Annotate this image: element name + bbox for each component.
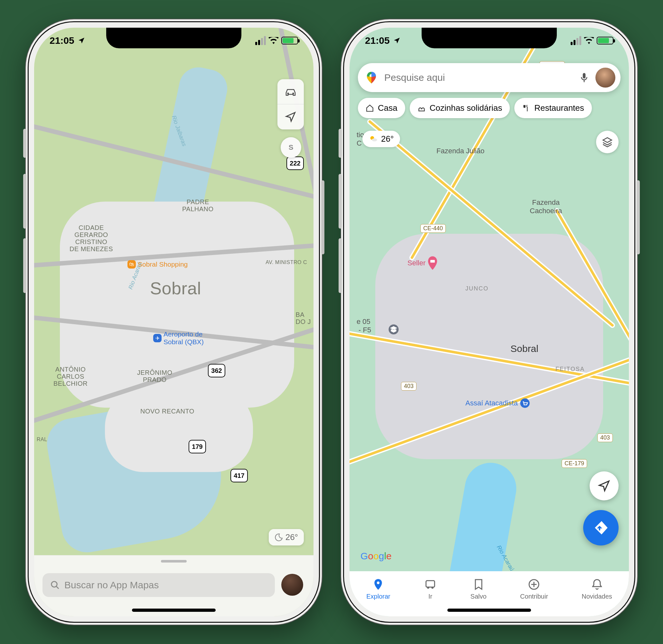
poi-assai[interactable]: Assaí Atacadista — [465, 398, 530, 408]
route-shield-222: 222 — [287, 156, 304, 170]
profile-avatar[interactable] — [595, 68, 615, 88]
shield-ce440: CE-440 — [420, 224, 446, 233]
poi-airport[interactable]: ✈Aeroporto de Sobral (QBX) — [153, 330, 204, 346]
svg-point-0 — [288, 92, 289, 94]
driving-mode-button[interactable] — [277, 79, 304, 104]
cellular-icon — [571, 36, 581, 45]
nav-updates[interactable]: Novidades — [581, 578, 612, 600]
city-label-sobral: Sobral — [150, 279, 201, 298]
road-av-ministro: AV. MINISTRO C — [266, 260, 307, 265]
nav-contribute[interactable]: Contribuir — [520, 578, 548, 600]
shopping-pin-icon — [520, 398, 530, 408]
label-e05: e 05 - F5 — [357, 317, 371, 334]
weather-pill[interactable]: 26° — [269, 529, 304, 546]
route-shield-179: 179 — [189, 440, 206, 453]
bell-icon — [591, 578, 603, 591]
hands-icon — [417, 104, 426, 112]
sun-cloud-icon — [369, 135, 378, 143]
svg-point-13 — [431, 586, 434, 589]
search-placeholder: Buscar no App Mapas — [64, 580, 159, 591]
nav-saved[interactable]: Salvo — [471, 578, 487, 600]
battery-icon — [281, 37, 298, 44]
notch — [106, 28, 242, 48]
svg-point-4 — [520, 398, 529, 408]
svg-point-1 — [293, 92, 294, 94]
school-pin-icon[interactable] — [388, 324, 399, 336]
status-time: 21:05 — [50, 35, 74, 46]
search-bar[interactable] — [358, 63, 620, 92]
district-acb: ANTÔNIO CARLOS BELCHIOR — [53, 366, 88, 387]
shield-403b: 403 — [597, 434, 613, 442]
district-cgcm: CIDADE GERARDO CRISTINO DE MENEZES — [70, 224, 113, 252]
svg-rect-3 — [430, 260, 435, 262]
apple-map-canvas[interactable]: PADRE PALHANO CIDADE GERARDO CRISTINO DE… — [34, 28, 314, 616]
moon-icon — [275, 533, 283, 541]
search-sheet[interactable]: Buscar no App Mapas — [34, 555, 314, 616]
mic-icon[interactable] — [579, 72, 590, 83]
svg-point-12 — [427, 586, 429, 589]
svg-point-9 — [372, 138, 377, 141]
directions-fab[interactable] — [583, 510, 619, 546]
svg-point-10 — [377, 581, 380, 584]
poi-seller[interactable]: Seller — [408, 256, 438, 270]
hotel-pin-icon — [427, 256, 438, 270]
chip-kitchens[interactable]: Cozinhas solidárias — [410, 98, 510, 118]
search-input[interactable] — [384, 72, 573, 83]
label-junco: JUNCO — [465, 285, 488, 292]
google-watermark: Google — [361, 551, 392, 561]
route-shield-362: 362 — [208, 364, 225, 377]
wifi-icon — [584, 37, 594, 44]
wifi-icon — [269, 37, 279, 44]
road-ral: RAL — [37, 437, 47, 442]
sheet-grabber[interactable] — [161, 560, 187, 562]
district-jeronimo: JERÔNIMO PRADO — [137, 369, 173, 383]
shield-ce179: CE-179 — [562, 459, 587, 468]
layers-icon — [601, 136, 613, 148]
weather-pill[interactable]: 26° — [362, 131, 400, 147]
cellular-icon — [255, 36, 266, 45]
label-faz-cachoeira: Fazenda Cachoeira — [530, 198, 562, 215]
locate-me-button[interactable] — [277, 104, 304, 130]
bookmark-icon — [472, 578, 485, 591]
district-bado: BA DO J — [295, 311, 311, 325]
search-icon — [50, 580, 60, 590]
label-feitosa: FEITOSA — [555, 366, 585, 373]
restaurant-icon — [522, 104, 530, 112]
location-arrow-icon — [598, 480, 611, 492]
battery-icon — [597, 37, 613, 44]
chip-home[interactable]: Casa — [358, 98, 405, 118]
google-maps-logo-icon — [365, 71, 378, 84]
profile-avatar[interactable] — [281, 574, 303, 596]
apple-maps-phone: 21:05 PADRE PALHANO CIDADE GERARDO CRIST… — [26, 19, 322, 625]
mode-switch — [277, 79, 304, 130]
home-indicator[interactable] — [448, 608, 531, 612]
label-faz-juliao: Fazenda Julião — [436, 147, 484, 155]
poi-sobral-shopping[interactable]: 🛍Sobral Shopping — [128, 260, 188, 269]
route-shield-417: 417 — [230, 469, 248, 482]
location-arrow-icon — [393, 37, 401, 44]
district-padre-palhano: PADRE PALHANO — [182, 198, 214, 213]
nav-go[interactable]: Ir — [424, 578, 437, 600]
locate-me-button[interactable] — [590, 471, 619, 501]
chip-restaurants[interactable]: Restaurantes — [514, 98, 592, 118]
google-maps-phone: 21:05 tio S C Fazenda Julião Fazenda Cac… — [341, 19, 637, 625]
location-arrow-icon — [77, 37, 85, 44]
category-chips: Casa Cozinhas solidárias Restaurantes — [358, 98, 620, 118]
status-time: 21:05 — [365, 35, 390, 46]
transit-icon — [424, 578, 437, 591]
search-field[interactable]: Buscar no App Mapas — [43, 573, 275, 597]
notch — [421, 28, 557, 48]
compass-button[interactable]: S — [281, 137, 301, 158]
pin-icon — [372, 578, 385, 591]
district-novo-recanto: NOVO RECANTO — [140, 408, 195, 415]
city-label-sobral: Sobral — [510, 343, 539, 354]
plus-circle-icon — [527, 578, 540, 591]
nav-explore[interactable]: Explorar — [366, 578, 390, 600]
layers-button[interactable] — [596, 131, 619, 153]
svg-rect-11 — [426, 581, 435, 587]
shield-403a: 403 — [401, 382, 416, 391]
svg-rect-7 — [583, 73, 586, 79]
home-icon — [366, 104, 374, 112]
home-indicator[interactable] — [132, 608, 215, 612]
directions-icon — [593, 520, 609, 536]
